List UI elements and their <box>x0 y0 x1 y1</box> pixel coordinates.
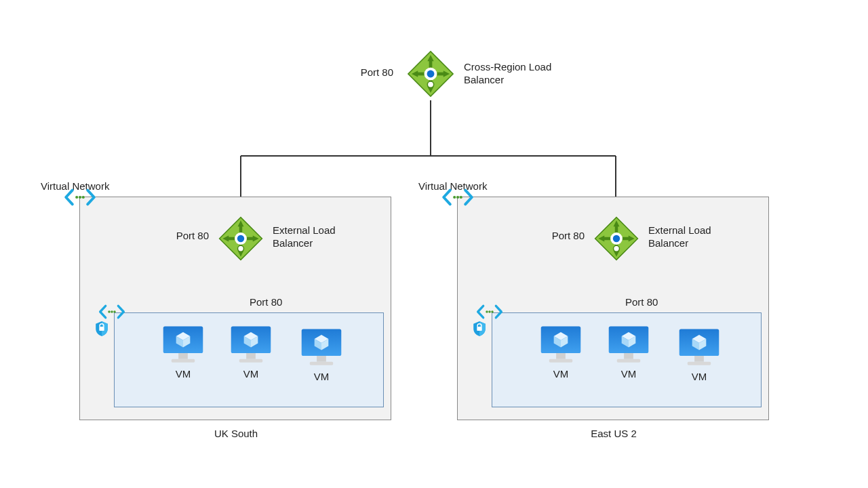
port-label: Port 80 <box>250 296 282 309</box>
port-label: Port 80 <box>312 66 393 79</box>
subnet-icon <box>476 304 515 323</box>
vnet-icon <box>441 188 474 207</box>
port-label: Port 80 <box>524 230 585 243</box>
vm-icon: VM <box>533 324 589 380</box>
port-label: Port 80 <box>148 230 209 243</box>
port-label: Port 80 <box>625 296 658 309</box>
vm-label: VM <box>223 368 279 380</box>
subnet-box: VM VM VM <box>492 312 762 407</box>
subnet-box: VM VM VM <box>114 312 384 407</box>
vm-icon: VM <box>294 327 349 382</box>
load-balancer-icon <box>591 214 644 266</box>
load-balancer-icon <box>404 47 457 100</box>
region-box-left: Port 80 External Load Balancer Port 80 V… <box>79 197 391 420</box>
vm-label: VM <box>671 371 727 382</box>
external-lb-title: External Load Balancer <box>273 224 361 250</box>
vm-icon: VM <box>601 324 656 380</box>
cross-region-lb-title: Cross-Region Load Balancer <box>464 61 579 87</box>
external-lb-title: External Load Balancer <box>648 224 736 250</box>
vm-label: VM <box>294 371 349 382</box>
vm-label: VM <box>533 368 589 380</box>
vm-icon: VM <box>155 324 211 380</box>
vnet-icon <box>64 188 96 207</box>
load-balancer-icon <box>216 214 269 266</box>
vm-label: VM <box>601 368 656 380</box>
region-caption: East US 2 <box>458 428 770 439</box>
region-box-right: Port 80 External Load Balancer Port 80 V… <box>457 197 769 420</box>
vm-label: VM <box>155 368 211 380</box>
subnet-icon <box>98 304 138 323</box>
vm-icon: VM <box>671 327 727 382</box>
vm-icon: VM <box>223 324 279 380</box>
region-caption: UK South <box>80 428 392 439</box>
